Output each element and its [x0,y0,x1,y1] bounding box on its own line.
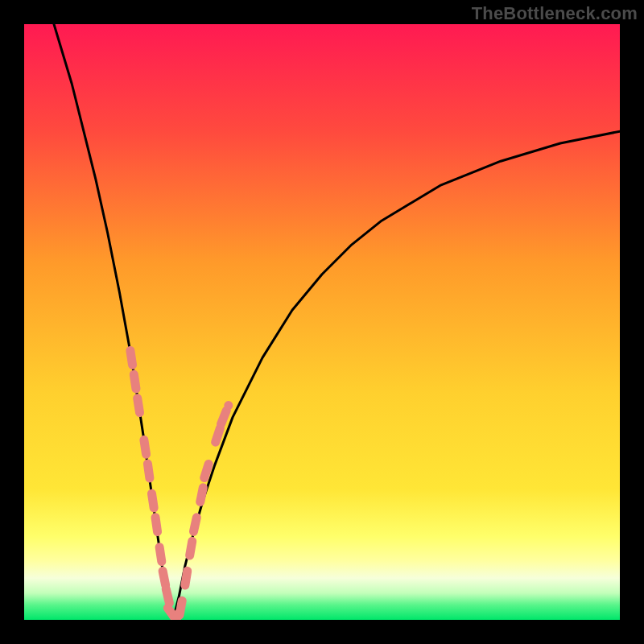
curve-marker [180,601,182,615]
curve-marker [190,541,192,555]
curve-marker [204,464,208,477]
watermark-text: TheBottleneck.com [472,3,638,24]
curve-marker [130,351,133,365]
curve-marker [221,411,227,424]
curve-marker [159,547,162,562]
curve-marker [193,518,196,532]
curve-marker [152,493,155,508]
curve-marker [185,571,188,585]
curve-marker [216,428,221,442]
curve-marker [134,374,136,389]
curve-marker [147,464,150,478]
curve-marker [166,589,169,604]
chart-svg [24,24,620,620]
curve-marker [155,518,158,532]
curve-marker [144,440,147,455]
curve-marker [200,488,204,502]
plot-area [24,24,620,620]
outer-frame: TheBottleneck.com [0,0,644,644]
curve-marker [138,398,140,413]
curve-marker [163,571,166,585]
gradient-background [24,24,620,620]
